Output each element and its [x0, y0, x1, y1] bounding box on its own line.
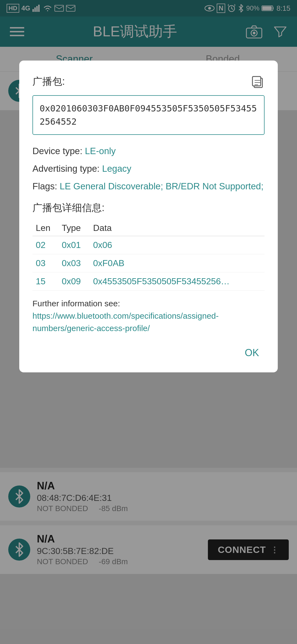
ad-packet-dialog: 广播包: 0x0201060303F0AB0F094553505F5350505… — [19, 61, 278, 372]
row1-type: 0x01 — [58, 236, 90, 254]
copy-icon[interactable] — [250, 74, 265, 89]
further-info-prefix: Further information see: — [32, 299, 120, 308]
col-len-header: Len — [32, 220, 58, 236]
table-row: 03 0x03 0xF0AB — [32, 254, 265, 272]
broadcast-section-header: 广播包: — [32, 74, 265, 89]
flags-label: Flags: — [32, 181, 57, 191]
row2-type: 0x03 — [58, 254, 90, 272]
row3-len: 15 — [32, 272, 58, 290]
row2-len: 03 — [32, 254, 58, 272]
row1-data: 0x06 — [90, 236, 265, 254]
advertising-type-row: Advertising type: Legacy — [32, 162, 265, 175]
device-type-row: Device type: LE-only — [32, 145, 265, 157]
further-info-link[interactable]: https://www.bluetooth.com/specifications… — [32, 311, 219, 333]
row3-type: 0x09 — [58, 272, 90, 290]
row3-data: 0x4553505F5350505F53455256… — [90, 272, 265, 290]
flags-row: Flags: LE General Discoverable; BR/EDR N… — [32, 180, 265, 193]
col-data-header: Data — [90, 220, 265, 236]
flags-value: LE General Discoverable; BR/EDR Not Supp… — [60, 181, 263, 191]
dialog-actions: OK — [32, 344, 265, 361]
dialog-overlay: 广播包: 0x0201060303F0AB0F094553505F5350505… — [0, 0, 297, 644]
table-row: 02 0x01 0x06 — [32, 236, 265, 254]
detail-section-label: 广播包详细信息: — [32, 201, 265, 215]
table-row: 15 0x09 0x4553505F5350505F53455256… — [32, 272, 265, 290]
advertising-type-value: Legacy — [102, 163, 131, 174]
svg-rect-20 — [252, 77, 261, 86]
device-type-label: Device type: — [32, 146, 82, 156]
ok-button[interactable]: OK — [239, 344, 265, 361]
col-type-header: Type — [58, 220, 90, 236]
device-type-value: LE-only — [85, 146, 116, 156]
detail-table: Len Type Data 02 0x01 0x06 03 0x03 0xF0A… — [32, 220, 265, 291]
hex-data-box[interactable]: 0x0201060303F0AB0F094553505F5350505F5345… — [32, 95, 265, 135]
row1-len: 02 — [32, 236, 58, 254]
advertising-type-label: Advertising type: — [32, 163, 100, 174]
broadcast-label: 广播包: — [32, 75, 65, 88]
further-info: Further information see: https://www.blu… — [32, 297, 265, 334]
row2-data: 0xF0AB — [90, 254, 265, 272]
